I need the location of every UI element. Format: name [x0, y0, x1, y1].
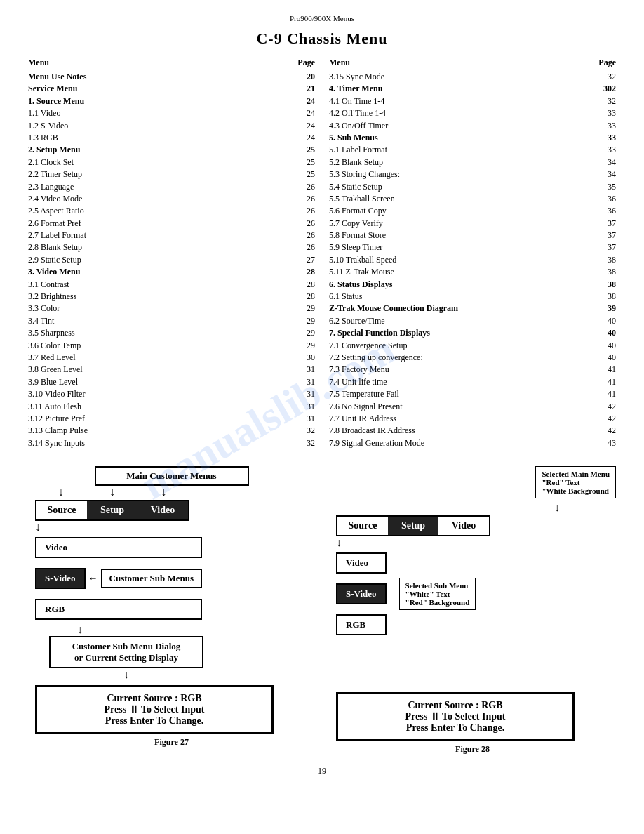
list-item: 3.11 Auto Flesh31: [28, 401, 315, 413]
tab-video-fig28[interactable]: Video: [438, 517, 489, 535]
arrow-down-1: ↓: [58, 486, 64, 498]
menu-label: 7.5 Temperature Fail: [329, 388, 595, 400]
page-num: 40: [595, 315, 616, 327]
arrow-down-fig28-1: ↓: [554, 501, 560, 514]
list-item: 4.1 On Time 1-432: [329, 95, 616, 107]
sub-item-rgb-fig28[interactable]: RGB: [336, 614, 387, 635]
figure-28: Selected Main Menu"Red" Text"White Backg…: [329, 466, 616, 755]
menu-label: 3.3 Color: [28, 303, 294, 315]
page-num: 31: [294, 376, 315, 388]
menu-label: 6. Status Displays: [329, 279, 595, 291]
page-num: 31: [294, 364, 315, 376]
list-item: Service Menu21: [28, 83, 315, 95]
page-num: 24: [294, 120, 315, 132]
page-num: 36: [595, 205, 616, 217]
list-item: 3.8 Green Level31: [28, 364, 315, 376]
page-num: 40: [595, 327, 616, 339]
menu-label: 3.10 Video Filter: [28, 388, 294, 400]
page-num: 24: [294, 95, 315, 107]
menu-label: 2.8 Blank Setup: [28, 241, 294, 253]
tab-source-fig27[interactable]: Source: [36, 501, 87, 519]
sub-item-svideo-fig28[interactable]: S-Video: [336, 583, 387, 604]
tab-source-fig28[interactable]: Source: [337, 517, 388, 535]
page-num: 32: [595, 95, 616, 107]
tab-video-fig27[interactable]: Video: [137, 501, 188, 519]
page-footer: 19: [28, 766, 616, 776]
menu-label: 7.8 Broadcast IR Address: [329, 425, 595, 437]
selected-main-menu-note: Selected Main Menu"Red" Text"White Backg…: [535, 466, 616, 498]
menu-label: 2.3 Language: [28, 181, 294, 193]
menu-label: Z-Trak Mouse Connection Diagram: [329, 303, 595, 315]
arrow-down-fig28-2: ↓: [336, 536, 342, 548]
list-item: 3.2 Brightness28: [28, 291, 315, 303]
list-item: 2.4 Video Mode26: [28, 193, 315, 205]
customer-sub-menus-label: Customer Sub Menus: [101, 569, 202, 588]
page-num: 26: [294, 218, 315, 230]
page-num: 37: [595, 230, 616, 241]
header-title: Pro900/900X Menus: [290, 14, 354, 22]
list-item: 2.8 Blank Setup26: [28, 241, 315, 253]
fig28-label: Figure 28: [329, 744, 616, 755]
page-num: 43: [595, 437, 616, 449]
list-item: 3.15 Sync Mode32: [329, 71, 616, 83]
menu-label: 3.5 Sharpness: [28, 327, 294, 339]
menu-label: 5.9 Sleep Timer: [329, 241, 595, 253]
sub-items-col-fig28: Video S-Video RGB: [336, 549, 387, 639]
list-item: 3.10 Video Filter31: [28, 388, 315, 400]
list-item: 2.3 Language26: [28, 181, 315, 193]
menu-label: 3.7 Red Level: [28, 352, 294, 364]
list-item: 3.12 Picture Pref31: [28, 413, 315, 425]
page-num: 26: [294, 181, 315, 193]
menu-label: 7.9 Signal Generation Mode: [329, 437, 595, 449]
list-item: 5.8 Format Store37: [329, 230, 616, 241]
page-num: 38: [595, 266, 616, 278]
sub-item-video-fig27[interactable]: Video: [35, 537, 202, 558]
list-item: 5.2 Blank Setup34: [329, 157, 616, 168]
list-item: 3.14 Sync Inputs32: [28, 437, 315, 449]
menu-label: 4.1 On Time 1-4: [329, 95, 595, 107]
sub-items-col: Video S-Video ← Customer Sub Menus RGB: [35, 534, 202, 623]
menu-label: 4.2 Off Time 1-4: [329, 107, 595, 119]
page-num: 21: [294, 83, 315, 95]
tab-setup-fig27[interactable]: Setup: [87, 501, 137, 519]
menu-label: 7. Special Function Displays: [329, 327, 595, 339]
page-num: 39: [595, 303, 616, 315]
list-item: 5.7 Copy Verify37: [329, 218, 616, 230]
page-num: 42: [595, 425, 616, 437]
menu-label: 3. Video Menu: [28, 266, 294, 278]
sub-item-svideo-fig27[interactable]: S-Video: [35, 568, 86, 589]
big-box-fig27: Current Source : RGB Press ⏸ To Select I…: [35, 685, 274, 734]
page-num: 31: [294, 401, 315, 413]
menu-label: 3.11 Auto Flesh: [28, 401, 294, 413]
list-item: 3.9 Blue Level31: [28, 376, 315, 388]
list-item: 7.4 Unit life time41: [329, 376, 616, 388]
page-num: 40: [595, 340, 616, 352]
list-item: 3.7 Red Level30: [28, 352, 315, 364]
menu-label: Service Menu: [28, 83, 294, 95]
menu-label: 3.13 Clamp Pulse: [28, 425, 294, 437]
list-item: 1. Source Menu24: [28, 95, 315, 107]
list-item: 5.9 Sleep Timer37: [329, 241, 616, 253]
page-num: 42: [595, 413, 616, 425]
menu-label: 5. Sub Menus: [329, 132, 595, 144]
list-item: 1.1 Video24: [28, 107, 315, 119]
page-number: 19: [318, 766, 326, 776]
list-item: 7.9 Signal Generation Mode43: [329, 437, 616, 449]
main-customer-menus-label: Main Customer Menus: [95, 466, 249, 486]
page-num: 27: [294, 254, 315, 266]
page-num: 32: [294, 437, 315, 449]
page-num: 33: [595, 132, 616, 144]
list-item: 3. Video Menu28: [28, 266, 315, 278]
menu-label: 1.3 RGB: [28, 132, 294, 144]
page-num: 29: [294, 327, 315, 339]
tab-setup-fig28[interactable]: Setup: [388, 517, 438, 535]
list-item: 2.5 Aspect Ratio26: [28, 205, 315, 217]
page-num: 34: [595, 157, 616, 168]
sub-item-video-fig28[interactable]: Video: [336, 552, 387, 574]
list-item: 1.2 S-Video24: [28, 120, 315, 132]
page-num: 41: [595, 388, 616, 400]
sub-item-rgb-fig27[interactable]: RGB: [35, 599, 202, 620]
page-num: 33: [595, 107, 616, 119]
page-num: 28: [294, 291, 315, 303]
page-num: 29: [294, 315, 315, 327]
